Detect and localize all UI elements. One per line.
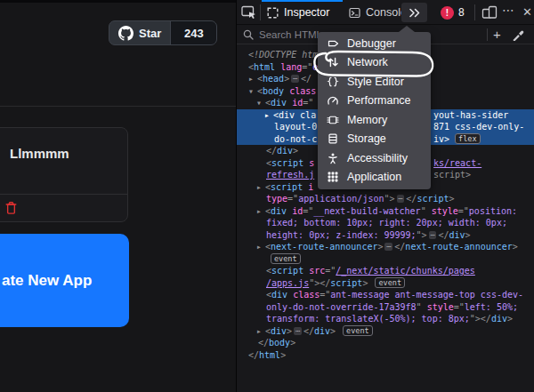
- accessibility-icon: [327, 152, 339, 164]
- ellipsis-badge[interactable]: ⋯: [397, 195, 405, 203]
- code-segment: div: [271, 206, 287, 216]
- event-badge[interactable]: event: [343, 325, 373, 336]
- code-segment: >: [280, 350, 286, 360]
- markup-line[interactable]: ▶<next-route-announcer>⋯</next-route-ann…: [237, 241, 534, 253]
- code-segment: =": [303, 98, 313, 108]
- menu-item-accessibility[interactable]: Accessibility: [318, 148, 431, 168]
- create-new-app-button[interactable]: ate New App: [0, 234, 129, 327]
- menu-item-style-editor[interactable]: Style Editor: [318, 72, 431, 92]
- node-picker-button[interactable]: [241, 5, 259, 20]
- code-segment: "></: [309, 278, 330, 288]
- star-count[interactable]: 243: [170, 21, 216, 44]
- double-chevron-icon: [409, 8, 421, 18]
- search-icon: [243, 29, 254, 40]
- code-segment: div: [271, 290, 287, 300]
- star-label: Star: [139, 27, 161, 40]
- trash-icon: [4, 201, 20, 215]
- ellipsis-badge[interactable]: ⋯: [429, 231, 437, 239]
- expand-arrow-icon[interactable]: ▶: [257, 182, 265, 195]
- code-segment: ant-message ant-message-top css-dev-: [330, 290, 523, 300]
- code-segment: div: [271, 98, 287, 108]
- markup-line-right-fragment: ks/react-: [433, 157, 481, 170]
- error-badge-icon[interactable]: !: [441, 6, 454, 20]
- code-segment: style: [427, 302, 454, 312]
- network-icon: [327, 56, 339, 68]
- delete-app-button[interactable]: [4, 201, 20, 217]
- create-new-app-label: ate New App: [2, 272, 92, 290]
- code-segment: ">: [384, 194, 394, 204]
- menu-item-label: Performance: [347, 94, 411, 107]
- code-segment: position:: [469, 206, 517, 216]
- responsive-design-mode-button[interactable]: [481, 5, 498, 20]
- tab-inspector[interactable]: Inspector: [267, 0, 329, 25]
- github-star-button[interactable]: Star: [109, 21, 170, 44]
- markup-line[interactable]: </body>: [237, 337, 534, 349]
- code-segment: <!DOCTYPE htm: [248, 50, 318, 60]
- markup-line[interactable]: <div class="ant-message ant-message-top …: [237, 289, 534, 301]
- tab-console[interactable]: Console: [349, 0, 407, 25]
- debugger-icon: [327, 37, 339, 50]
- markup-line[interactable]: /apps.js"></script> event: [237, 277, 534, 290]
- devtools-menu-button[interactable]: ⋯: [502, 3, 515, 17]
- more-tabs-button[interactable]: [401, 3, 427, 22]
- code-segment: div: [314, 326, 330, 336]
- expand-arrow-icon[interactable]: ▼: [249, 86, 257, 99]
- code-segment: lang: [280, 62, 302, 72]
- expand-arrow-icon[interactable]: ▶: [249, 74, 257, 86]
- menu-item-performance[interactable]: Performance: [318, 92, 431, 111]
- style-editor-icon: [327, 76, 339, 88]
- code-segment: style: [432, 206, 458, 216]
- markup-line[interactable]: ▶<div id="__next-build-watcher" style="p…: [237, 205, 534, 218]
- ellipsis-badge[interactable]: ⋯: [294, 327, 302, 335]
- expand-arrow-icon[interactable]: ▶: [257, 206, 265, 219]
- menu-item-storage[interactable]: Storage: [318, 130, 431, 149]
- expand-arrow-icon[interactable]: ▶: [265, 110, 273, 123]
- app-card: Llmmmm: [0, 127, 128, 222]
- code-segment: =": [320, 290, 330, 300]
- code-segment: fixed; bottom: 10px; right: 20px; width:…: [266, 218, 507, 228]
- markup-line[interactable]: transform: translateX(-50%); top: 8px;">…: [237, 313, 534, 325]
- ellipsis-badge[interactable]: ⋯: [384, 243, 392, 251]
- github-star-widget[interactable]: Star 243: [109, 20, 217, 45]
- menu-item-network[interactable]: Network: [318, 53, 431, 73]
- markup-line[interactable]: height: 0px; z-index: 99999;">⋯</div>: [237, 229, 534, 242]
- code-segment: script: [417, 194, 449, 204]
- menu-item-memory[interactable]: Memory: [318, 110, 431, 130]
- code-segment: =": [303, 206, 313, 216]
- code-segment: script>: [433, 170, 471, 180]
- ellipsis-badge[interactable]: ⋯: [291, 75, 299, 83]
- markup-line[interactable]: ▶<div>⋯</div> event: [237, 325, 534, 338]
- code-segment: application/json: [298, 194, 384, 204]
- code-segment: =": [454, 302, 465, 312]
- flex-badge[interactable]: flex: [455, 133, 480, 144]
- storage-icon: [327, 132, 339, 145]
- tab-inspector-label: Inspector: [284, 6, 329, 19]
- markup-line-right-fragment: 871 css-dev-only-: [433, 121, 524, 133]
- eyedropper-button[interactable]: [512, 28, 524, 41]
- expand-arrow-icon[interactable]: ▶: [257, 242, 265, 254]
- close-devtools-button[interactable]: ✕: [522, 5, 532, 19]
- markup-line[interactable]: <script src="/_next/static/chunks/pages: [237, 265, 534, 277]
- application-icon: [327, 171, 339, 183]
- code-segment: do-not-c: [274, 134, 317, 144]
- markup-line[interactable]: </html>: [237, 349, 534, 362]
- add-node-button[interactable]: +: [493, 28, 501, 42]
- expand-arrow-icon[interactable]: ▶: [257, 326, 265, 339]
- code-segment: >: [449, 194, 455, 204]
- expand-arrow-icon[interactable]: ▼: [257, 98, 265, 110]
- markup-line[interactable]: fixed; bottom: 10px; right: 20px; width:…: [237, 217, 534, 229]
- menu-arrow: [399, 26, 415, 32]
- tab-console-label: Console: [366, 6, 407, 19]
- event-badge[interactable]: event: [271, 253, 301, 264]
- code-segment: id: [292, 206, 303, 216]
- markup-line[interactable]: only-do-not-override-17a39f8" style="lef…: [237, 301, 534, 314]
- event-badge[interactable]: event: [375, 277, 405, 288]
- markup-line[interactable]: event: [237, 253, 534, 266]
- menu-item-application[interactable]: Application: [318, 168, 431, 188]
- code-segment: </: [438, 230, 449, 240]
- code-segment: /apps.js: [266, 278, 309, 288]
- code-segment: html: [259, 350, 280, 360]
- menu-item-debugger[interactable]: Debugger: [318, 34, 431, 53]
- markup-line[interactable]: type="application/json">⋯</script>: [237, 193, 534, 205]
- code-segment: next-route-announcer: [405, 242, 512, 252]
